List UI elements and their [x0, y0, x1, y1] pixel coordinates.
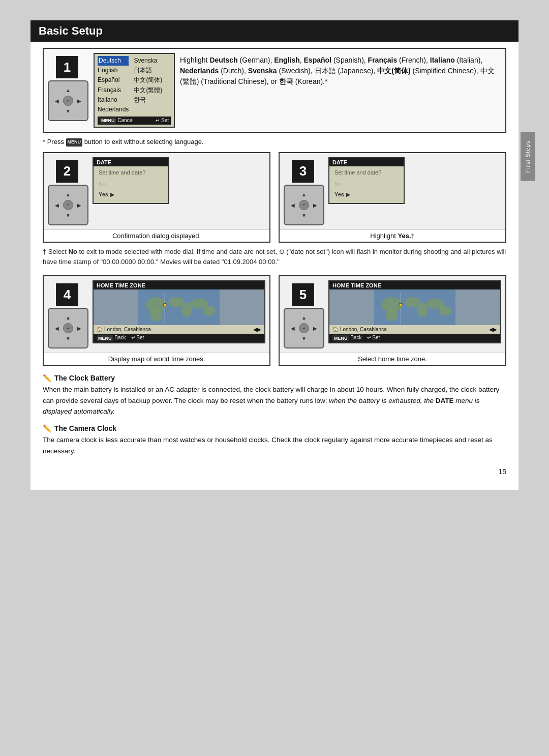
- date-header-3: DATE: [329, 158, 404, 166]
- lang-col-2: Svenska 日本語 中文(简体) 中文(繁體) 한국: [134, 56, 164, 114]
- date-screen-3: DATE Set time and date? No Yes ▶: [328, 157, 405, 204]
- step-2-box: 2 ▲ ▼ ◀ ▶ ↵ DATE: [43, 152, 270, 243]
- step-4-box: 4 ▲ ▼ ◀ ▶ ↵ HOME TI: [43, 275, 270, 366]
- footnote-dagger: † Select No to exit to mode selected wit…: [43, 247, 506, 267]
- svg-point-4: [181, 303, 192, 317]
- map-set-4: ↵ Set: [131, 335, 144, 341]
- step-4-number: 4: [56, 283, 78, 306]
- date-question-2: Set time and date?: [99, 169, 163, 176]
- step-2-3-row: 2 ▲ ▼ ◀ ▶ ↵ DATE: [43, 152, 506, 243]
- step-5-number: 5: [292, 283, 314, 306]
- map-set-5: ↵ Set: [367, 335, 380, 341]
- step-4-caption: Display map of world time zones.: [44, 353, 269, 365]
- lang-nederlands: Nederlands: [98, 105, 129, 114]
- lang-chinese-simplified: 中文(简体): [134, 75, 164, 85]
- svg-point-17: [399, 303, 402, 306]
- dpad5-center: ↵: [299, 323, 309, 333]
- svg-point-11: [386, 309, 398, 321]
- svg-point-15: [439, 306, 451, 316]
- dpad-up-arrow: ▲: [66, 88, 71, 93]
- map-back-4: MENU Back: [97, 335, 126, 341]
- side-tab: First Steps: [521, 132, 535, 181]
- step-3-caption: Highlight Yes.†: [280, 229, 505, 242]
- step-4-5-row: 4 ▲ ▼ ◀ ▶ ↵ HOME TI: [43, 275, 506, 366]
- dpad2-up: ▲: [66, 192, 71, 197]
- lang-deutsch: Deutsch: [98, 56, 129, 66]
- dpad-2: ▲ ▼ ◀ ▶ ↵: [54, 191, 82, 219]
- dpad5-up: ▲: [301, 315, 307, 321]
- map-controls-4: MENU Back ↵ Set: [94, 334, 264, 342]
- dpad-4: ▲ ▼ ◀ ▶ ↵: [54, 314, 82, 342]
- world-map-svg-4: [94, 289, 264, 325]
- map-back-5: MENU Back: [332, 335, 362, 341]
- camera-illustration-2: ▲ ▼ ◀ ▶ ↵: [48, 185, 88, 225]
- map-header-5: HOME TIME ZONE: [329, 281, 500, 289]
- dpad5-left: ◀: [291, 326, 295, 331]
- dpad3-down: ▼: [301, 213, 307, 218]
- note-icon-battery: ✏️: [43, 374, 51, 382]
- step-2-caption: Confirmation dialog displayed.: [44, 229, 269, 242]
- dpad2-center: ↵: [63, 200, 73, 210]
- dpad2-right: ▶: [77, 202, 81, 208]
- date-header-2: DATE: [94, 158, 168, 166]
- dpad-1: ▲ ▼ ◀ ▶ ↵: [54, 86, 82, 115]
- dpad4-center: ↵: [63, 323, 73, 333]
- step-3-inner: 3 ▲ ▼ ◀ ▶ ↵ DATE: [280, 153, 505, 229]
- map-screen-4: HOME TIME ZONE: [93, 280, 265, 343]
- date-body-3: Set time and date? No Yes ▶: [329, 166, 404, 203]
- date-option-no-2: No Yes ▶: [99, 180, 163, 200]
- language-list: Deutsch English Español Français Italian…: [98, 56, 171, 114]
- world-map-svg-5: [329, 289, 500, 325]
- camera-illustration-5: ▲ ▼ ◀ ▶ ↵: [284, 308, 324, 348]
- dpad2-left: ◀: [55, 202, 59, 208]
- home-icon-5: 🏠: [332, 327, 339, 332]
- map-footer-4: 🏠 London, Casablanca ◀▶: [94, 325, 264, 334]
- lang-korean: 한국: [134, 95, 164, 105]
- map-arrow-5: ◀▶: [489, 327, 497, 332]
- map-body-5: [329, 289, 500, 325]
- map-location-5: 🏠 London, Casablanca: [332, 327, 387, 332]
- dpad4-down: ▼: [66, 336, 71, 341]
- map-footer-5: 🏠 London, Casablanca ◀▶: [329, 325, 500, 334]
- step-4-inner: 4 ▲ ▼ ◀ ▶ ↵ HOME TI: [44, 276, 269, 353]
- lang-svenska: Svenska: [134, 56, 164, 66]
- step-2-inner: 2 ▲ ▼ ◀ ▶ ↵ DATE: [44, 153, 269, 229]
- lang-francais: Français: [98, 85, 129, 95]
- svg-point-3: [169, 297, 184, 307]
- page-title: Basic Setup: [30, 20, 518, 42]
- camera-illustration-4: ▲ ▼ ◀ ▶ ↵: [48, 308, 88, 348]
- dpad3-center: ↵: [299, 200, 309, 210]
- lang-chinese-traditional: 中文(繁體): [134, 85, 164, 95]
- step-5-box: 5 ▲ ▼ ◀ ▶ ↵ HOME TI: [279, 275, 506, 366]
- menu-set: ↵ Set: [156, 118, 169, 124]
- lang-espanol: Español: [98, 75, 129, 85]
- svg-point-13: [417, 303, 428, 317]
- notes-section: ✏️ The Clock Battery When the main batte…: [43, 374, 506, 456]
- dpad4-left: ◀: [55, 326, 59, 331]
- home-icon-4: 🏠: [97, 327, 103, 332]
- dpad4-up: ▲: [66, 315, 71, 321]
- map-screen-5: HOME TIME ZONE: [328, 280, 501, 343]
- clock-battery-body: When the main battery is installed or an…: [43, 384, 506, 417]
- camera-clock-body: The camera clock is less accurate than m…: [43, 434, 506, 456]
- dpad4-right: ▶: [77, 326, 81, 331]
- map-body-4: [94, 289, 264, 325]
- dpad-center-button: ↵: [63, 96, 73, 106]
- date-option-3: No Yes ▶: [334, 180, 399, 200]
- lang-japanese: 日本語: [134, 66, 164, 75]
- camera-illustration-1: ▲ ▼ ◀ ▶ ↵: [48, 80, 88, 121]
- lang-col-1: Deutsch English Español Français Italian…: [98, 56, 129, 114]
- dpad2-down: ▼: [66, 213, 71, 218]
- svg-point-2: [150, 309, 162, 321]
- step-5-inner: 5 ▲ ▼ ◀ ▶ ↵ HOME TI: [280, 276, 505, 353]
- date-screen-2: DATE Set time and date? No Yes ▶: [93, 157, 169, 204]
- lang-english: English: [98, 66, 129, 75]
- menu-cancel: MENU Cancel: [100, 118, 133, 124]
- step-2-number: 2: [56, 160, 78, 183]
- dpad5-down: ▼: [301, 336, 307, 341]
- step-5-caption: Select home time zone.: [280, 353, 505, 365]
- step-1-area: 1 ▲ ▼ ◀ ▶ ↵ Deutsch English: [43, 48, 506, 133]
- language-screen: Deutsch English Español Français Italian…: [94, 53, 175, 128]
- svg-point-8: [163, 303, 166, 306]
- step-1-number: 1: [56, 56, 78, 78]
